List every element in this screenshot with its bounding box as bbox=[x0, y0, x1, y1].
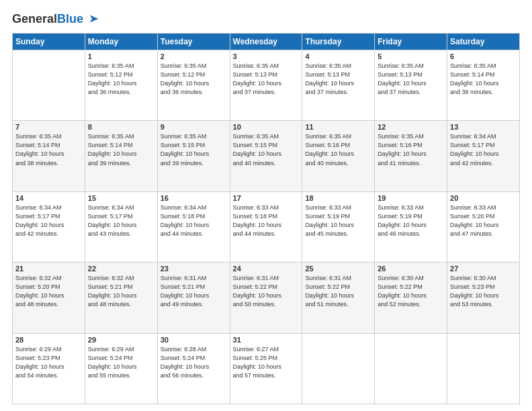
day-number: 13 bbox=[450, 123, 517, 131]
logo: GeneralBlue bbox=[12, 12, 99, 26]
day-number: 4 bbox=[305, 52, 371, 60]
calendar-cell: 7Sunrise: 6:35 AM Sunset: 5:14 PM Daylig… bbox=[13, 121, 85, 191]
header: GeneralBlue bbox=[12, 12, 520, 26]
calendar-cell: 18Sunrise: 6:33 AM Sunset: 5:19 PM Dayli… bbox=[302, 191, 375, 262]
calendar-cell: 4Sunrise: 6:35 AM Sunset: 5:13 PM Daylig… bbox=[302, 50, 375, 121]
weekday-header-sunday: Sunday bbox=[13, 34, 85, 50]
day-number: 5 bbox=[378, 52, 444, 60]
day-info: Sunrise: 6:33 AM Sunset: 5:20 PM Dayligh… bbox=[450, 203, 517, 238]
day-info: Sunrise: 6:28 AM Sunset: 5:24 PM Dayligh… bbox=[161, 345, 227, 380]
calendar-header: SundayMondayTuesdayWednesdayThursdayFrid… bbox=[13, 34, 520, 50]
logo-icon bbox=[85, 14, 99, 24]
calendar-cell: 27Sunrise: 6:30 AM Sunset: 5:23 PM Dayli… bbox=[447, 263, 520, 333]
day-info: Sunrise: 6:34 AM Sunset: 5:17 PM Dayligh… bbox=[15, 203, 82, 238]
calendar-cell: 29Sunrise: 6:29 AM Sunset: 5:24 PM Dayli… bbox=[85, 333, 157, 404]
calendar-cell: 16Sunrise: 6:34 AM Sunset: 5:18 PM Dayli… bbox=[157, 191, 230, 262]
calendar-week-row: 14Sunrise: 6:34 AM Sunset: 5:17 PM Dayli… bbox=[13, 191, 520, 262]
day-info: Sunrise: 6:33 AM Sunset: 5:18 PM Dayligh… bbox=[233, 203, 300, 238]
day-number: 11 bbox=[305, 123, 371, 131]
calendar-cell: 22Sunrise: 6:32 AM Sunset: 5:21 PM Dayli… bbox=[85, 263, 157, 333]
calendar-table: SundayMondayTuesdayWednesdayThursdayFrid… bbox=[12, 33, 520, 404]
day-info: Sunrise: 6:35 AM Sunset: 5:14 PM Dayligh… bbox=[88, 132, 154, 167]
calendar-cell: 9Sunrise: 6:35 AM Sunset: 5:15 PM Daylig… bbox=[157, 121, 230, 191]
weekday-header-monday: Monday bbox=[85, 34, 157, 50]
weekday-header-wednesday: Wednesday bbox=[230, 34, 302, 50]
calendar-week-row: 28Sunrise: 6:29 AM Sunset: 5:23 PM Dayli… bbox=[13, 333, 520, 404]
day-number: 3 bbox=[233, 52, 300, 60]
day-info: Sunrise: 6:30 AM Sunset: 5:22 PM Dayligh… bbox=[378, 274, 444, 309]
calendar-week-row: 1Sunrise: 6:35 AM Sunset: 5:12 PM Daylig… bbox=[13, 50, 520, 121]
day-info: Sunrise: 6:35 AM Sunset: 5:14 PM Dayligh… bbox=[15, 132, 82, 167]
day-number: 25 bbox=[305, 265, 371, 273]
day-number: 29 bbox=[88, 336, 154, 344]
calendar-cell: 21Sunrise: 6:32 AM Sunset: 5:20 PM Dayli… bbox=[13, 263, 85, 333]
day-number: 10 bbox=[233, 123, 300, 131]
calendar-cell bbox=[13, 50, 85, 121]
day-info: Sunrise: 6:29 AM Sunset: 5:24 PM Dayligh… bbox=[88, 345, 154, 380]
day-info: Sunrise: 6:31 AM Sunset: 5:22 PM Dayligh… bbox=[233, 274, 300, 309]
day-info: Sunrise: 6:35 AM Sunset: 5:15 PM Dayligh… bbox=[161, 132, 227, 167]
calendar-cell: 25Sunrise: 6:31 AM Sunset: 5:22 PM Dayli… bbox=[302, 263, 375, 333]
day-info: Sunrise: 6:35 AM Sunset: 5:13 PM Dayligh… bbox=[378, 62, 444, 97]
calendar-cell: 14Sunrise: 6:34 AM Sunset: 5:17 PM Dayli… bbox=[13, 191, 85, 262]
weekday-header-thursday: Thursday bbox=[302, 34, 375, 50]
day-info: Sunrise: 6:33 AM Sunset: 5:19 PM Dayligh… bbox=[378, 203, 444, 238]
day-info: Sunrise: 6:35 AM Sunset: 5:14 PM Dayligh… bbox=[450, 62, 517, 97]
calendar-cell: 2Sunrise: 6:35 AM Sunset: 5:12 PM Daylig… bbox=[157, 50, 230, 121]
day-info: Sunrise: 6:35 AM Sunset: 5:13 PM Dayligh… bbox=[233, 62, 300, 97]
day-number: 7 bbox=[15, 123, 82, 131]
day-number: 6 bbox=[450, 52, 517, 60]
day-number: 9 bbox=[161, 123, 227, 131]
day-number: 2 bbox=[161, 52, 227, 60]
day-info: Sunrise: 6:31 AM Sunset: 5:21 PM Dayligh… bbox=[161, 274, 227, 309]
page: GeneralBlue SundayMondayTuesdayWednesday… bbox=[0, 0, 532, 411]
day-number: 1 bbox=[88, 52, 154, 60]
calendar-cell: 1Sunrise: 6:35 AM Sunset: 5:12 PM Daylig… bbox=[85, 50, 157, 121]
calendar-cell: 15Sunrise: 6:34 AM Sunset: 5:17 PM Dayli… bbox=[85, 191, 157, 262]
weekday-header-saturday: Saturday bbox=[447, 34, 520, 50]
day-info: Sunrise: 6:31 AM Sunset: 5:22 PM Dayligh… bbox=[305, 274, 371, 309]
calendar-cell bbox=[302, 333, 375, 404]
day-number: 22 bbox=[88, 265, 154, 273]
day-info: Sunrise: 6:35 AM Sunset: 5:16 PM Dayligh… bbox=[378, 132, 444, 167]
day-info: Sunrise: 6:32 AM Sunset: 5:20 PM Dayligh… bbox=[15, 274, 82, 309]
day-number: 18 bbox=[305, 194, 371, 202]
calendar-cell bbox=[375, 333, 447, 404]
weekday-header-friday: Friday bbox=[375, 34, 447, 50]
calendar-cell: 12Sunrise: 6:35 AM Sunset: 5:16 PM Dayli… bbox=[375, 121, 447, 191]
day-info: Sunrise: 6:34 AM Sunset: 5:17 PM Dayligh… bbox=[88, 203, 154, 238]
day-number: 31 bbox=[233, 336, 300, 344]
calendar-cell: 10Sunrise: 6:35 AM Sunset: 5:15 PM Dayli… bbox=[230, 121, 302, 191]
day-info: Sunrise: 6:30 AM Sunset: 5:23 PM Dayligh… bbox=[450, 274, 517, 309]
day-number: 30 bbox=[161, 336, 227, 344]
calendar-week-row: 21Sunrise: 6:32 AM Sunset: 5:20 PM Dayli… bbox=[13, 263, 520, 333]
day-number: 23 bbox=[161, 265, 227, 273]
day-info: Sunrise: 6:32 AM Sunset: 5:21 PM Dayligh… bbox=[88, 274, 154, 309]
day-number: 16 bbox=[161, 194, 227, 202]
calendar-cell bbox=[447, 333, 520, 404]
day-info: Sunrise: 6:35 AM Sunset: 5:15 PM Dayligh… bbox=[233, 132, 300, 167]
day-info: Sunrise: 6:34 AM Sunset: 5:18 PM Dayligh… bbox=[161, 203, 227, 238]
day-info: Sunrise: 6:35 AM Sunset: 5:16 PM Dayligh… bbox=[305, 132, 371, 167]
day-number: 15 bbox=[88, 194, 154, 202]
calendar-cell: 3Sunrise: 6:35 AM Sunset: 5:13 PM Daylig… bbox=[230, 50, 302, 121]
calendar-cell: 28Sunrise: 6:29 AM Sunset: 5:23 PM Dayli… bbox=[13, 333, 85, 404]
calendar-cell: 11Sunrise: 6:35 AM Sunset: 5:16 PM Dayli… bbox=[302, 121, 375, 191]
calendar-cell: 8Sunrise: 6:35 AM Sunset: 5:14 PM Daylig… bbox=[85, 121, 157, 191]
day-number: 12 bbox=[378, 123, 444, 131]
weekday-header-row: SundayMondayTuesdayWednesdayThursdayFrid… bbox=[13, 34, 520, 50]
calendar-cell: 5Sunrise: 6:35 AM Sunset: 5:13 PM Daylig… bbox=[375, 50, 447, 121]
day-number: 28 bbox=[15, 336, 82, 344]
day-info: Sunrise: 6:29 AM Sunset: 5:23 PM Dayligh… bbox=[15, 345, 82, 380]
day-number: 27 bbox=[450, 265, 517, 273]
day-info: Sunrise: 6:33 AM Sunset: 5:19 PM Dayligh… bbox=[305, 203, 371, 238]
calendar-cell: 30Sunrise: 6:28 AM Sunset: 5:24 PM Dayli… bbox=[157, 333, 230, 404]
calendar-cell: 6Sunrise: 6:35 AM Sunset: 5:14 PM Daylig… bbox=[447, 50, 520, 121]
day-info: Sunrise: 6:35 AM Sunset: 5:12 PM Dayligh… bbox=[88, 62, 154, 97]
calendar-cell: 13Sunrise: 6:34 AM Sunset: 5:17 PM Dayli… bbox=[447, 121, 520, 191]
day-number: 8 bbox=[88, 123, 154, 131]
calendar-cell: 26Sunrise: 6:30 AM Sunset: 5:22 PM Dayli… bbox=[375, 263, 447, 333]
weekday-header-tuesday: Tuesday bbox=[157, 34, 230, 50]
day-number: 20 bbox=[450, 194, 517, 202]
calendar-cell: 23Sunrise: 6:31 AM Sunset: 5:21 PM Dayli… bbox=[157, 263, 230, 333]
